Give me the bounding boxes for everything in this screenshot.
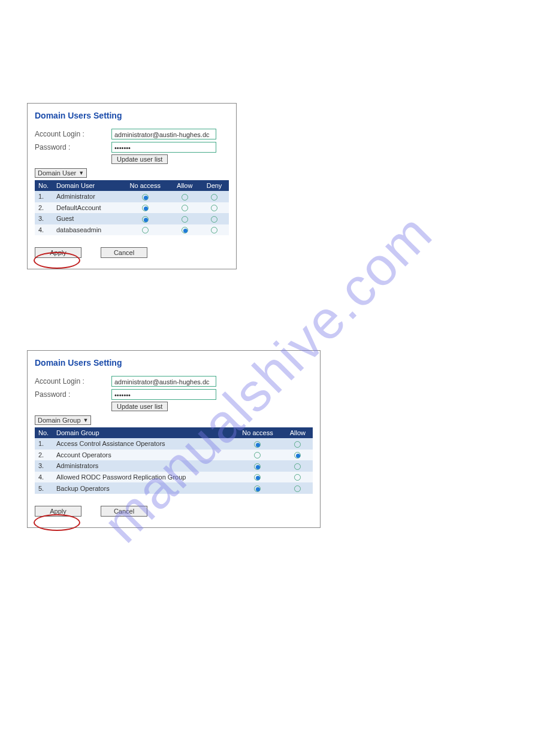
cell-radio bbox=[200, 224, 229, 236]
cell-name: Administrator bbox=[53, 191, 120, 202]
th-deny: Deny bbox=[200, 180, 229, 191]
cell-no: 4. bbox=[35, 472, 53, 483]
table-row: 1.Access Control Assistance Operators bbox=[35, 438, 313, 450]
table-row: 4.databaseadmin bbox=[35, 224, 229, 236]
chevron-down-icon: ▼ bbox=[83, 417, 89, 423]
table-row: 3.Administrators bbox=[35, 460, 313, 472]
th-allow: Allow bbox=[170, 180, 200, 191]
cell-no: 5. bbox=[35, 482, 53, 494]
th-no: No. bbox=[35, 180, 53, 191]
radio-option[interactable] bbox=[211, 205, 217, 211]
account-login-input[interactable]: administrator@austin-hughes.dc bbox=[111, 376, 216, 387]
cell-radio bbox=[200, 202, 229, 214]
cell-radio bbox=[232, 482, 282, 494]
cell-radio bbox=[283, 482, 313, 494]
cancel-button[interactable]: Cancel bbox=[101, 247, 147, 258]
account-login-input[interactable]: administrator@austin-hughes.dc bbox=[111, 129, 216, 139]
filter-select-value: Domain User bbox=[38, 169, 76, 177]
panel-title: Domain Users Setting bbox=[35, 111, 229, 120]
radio-option[interactable] bbox=[294, 463, 301, 470]
domain-user-table: No. Domain User No access Allow Deny 1.A… bbox=[35, 180, 229, 235]
radio-option[interactable] bbox=[294, 474, 301, 481]
table-row: 1.Administrator bbox=[35, 191, 229, 202]
apply-button[interactable]: Apply bbox=[35, 506, 81, 517]
radio-option[interactable] bbox=[211, 227, 217, 233]
password-label: Password : bbox=[35, 390, 111, 399]
radio-option[interactable] bbox=[182, 227, 188, 233]
radio-option[interactable] bbox=[211, 194, 217, 201]
radio-option[interactable] bbox=[254, 463, 261, 470]
cell-no: 4. bbox=[35, 224, 53, 236]
table-row: 4.Allowed RODC Password Replication Grou… bbox=[35, 472, 313, 483]
radio-option[interactable] bbox=[254, 485, 261, 492]
table-row: 3.Guest bbox=[35, 213, 229, 224]
cell-name: Guest bbox=[53, 213, 120, 224]
radio-option[interactable] bbox=[294, 452, 301, 459]
password-row: Password : ••••••• bbox=[35, 142, 229, 153]
radio-option[interactable] bbox=[254, 474, 261, 481]
account-login-label: Account Login : bbox=[35, 130, 111, 138]
password-input[interactable]: ••••••• bbox=[111, 142, 216, 153]
cell-radio bbox=[232, 450, 282, 461]
cell-name: DefaultAccount bbox=[53, 202, 120, 214]
th-allow: Allow bbox=[283, 427, 313, 438]
update-user-list-button[interactable]: Update user list bbox=[111, 154, 168, 164]
cell-radio bbox=[200, 191, 229, 202]
cell-name: Allowed RODC Password Replication Group bbox=[53, 472, 232, 483]
domain-user-panel: Domain Users Setting Account Login : adm… bbox=[27, 103, 237, 269]
cell-radio bbox=[283, 460, 313, 472]
password-input[interactable]: ••••••• bbox=[111, 389, 216, 400]
account-login-row: Account Login : administrator@austin-hug… bbox=[35, 129, 229, 139]
cell-radio bbox=[232, 472, 282, 483]
radio-option[interactable] bbox=[294, 485, 301, 492]
filter-select-value: Domain Group bbox=[38, 417, 81, 424]
cell-radio bbox=[120, 213, 170, 224]
th-noaccess: No access bbox=[232, 427, 282, 438]
cell-radio bbox=[170, 213, 200, 224]
filter-select[interactable]: Domain Group ▼ bbox=[35, 415, 91, 425]
radio-option[interactable] bbox=[211, 216, 217, 223]
cell-radio bbox=[283, 450, 313, 461]
radio-option[interactable] bbox=[254, 452, 261, 459]
th-name: Domain User bbox=[53, 180, 120, 191]
cell-radio bbox=[283, 472, 313, 483]
cell-radio bbox=[232, 460, 282, 472]
cell-name: Backup Operators bbox=[53, 482, 232, 494]
th-noaccess: No access bbox=[120, 180, 170, 191]
cell-no: 3. bbox=[35, 213, 53, 224]
radio-option[interactable] bbox=[182, 194, 188, 201]
chevron-down-icon: ▼ bbox=[78, 170, 84, 176]
cell-no: 2. bbox=[35, 202, 53, 214]
table-row: 5.Backup Operators bbox=[35, 482, 313, 494]
filter-select[interactable]: Domain User ▼ bbox=[35, 168, 87, 178]
cell-radio bbox=[170, 202, 200, 214]
cell-radio bbox=[120, 202, 170, 214]
cell-radio bbox=[120, 191, 170, 202]
cell-radio bbox=[170, 191, 200, 202]
th-no: No. bbox=[35, 427, 53, 438]
cell-no: 1. bbox=[35, 191, 53, 202]
cell-radio bbox=[200, 213, 229, 224]
radio-option[interactable] bbox=[142, 194, 149, 201]
cell-no: 3. bbox=[35, 460, 53, 472]
password-label: Password : bbox=[35, 143, 111, 151]
update-user-list-button[interactable]: Update user list bbox=[111, 402, 168, 411]
cell-radio bbox=[283, 438, 313, 450]
radio-option[interactable] bbox=[294, 441, 301, 448]
radio-option[interactable] bbox=[142, 227, 149, 233]
cell-no: 2. bbox=[35, 450, 53, 461]
radio-option[interactable] bbox=[254, 441, 261, 448]
radio-option[interactable] bbox=[182, 216, 188, 223]
radio-option[interactable] bbox=[142, 205, 149, 211]
radio-option[interactable] bbox=[182, 205, 188, 211]
cell-name: databaseadmin bbox=[53, 224, 120, 236]
password-row: Password : ••••••• bbox=[35, 389, 313, 400]
cell-name: Administrators bbox=[53, 460, 232, 472]
apply-button[interactable]: Apply bbox=[35, 247, 81, 258]
radio-option[interactable] bbox=[142, 216, 149, 223]
domain-group-table: No. Domain Group No access Allow 1.Acces… bbox=[35, 427, 313, 494]
panel-title: Domain Users Setting bbox=[35, 358, 313, 368]
table-row: 2.Account Operators bbox=[35, 450, 313, 461]
cancel-button[interactable]: Cancel bbox=[101, 506, 147, 517]
account-login-row: Account Login : administrator@austin-hug… bbox=[35, 376, 313, 387]
